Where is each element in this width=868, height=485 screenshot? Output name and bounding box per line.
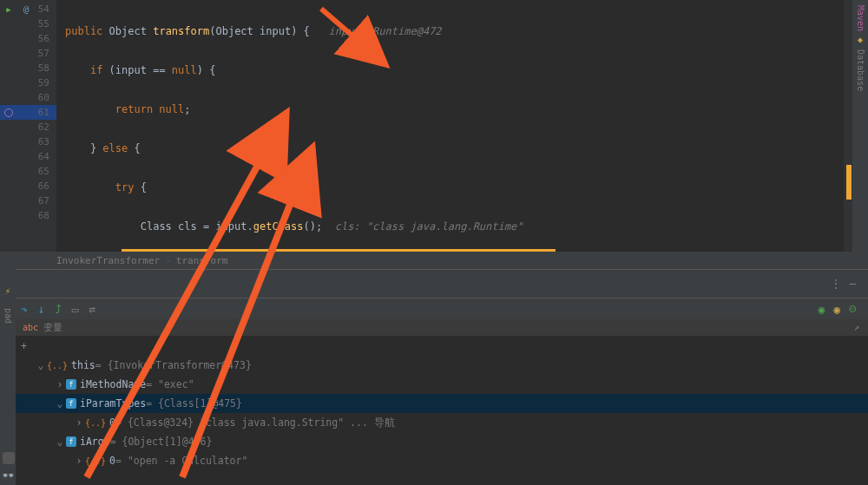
- line-number: 55: [0, 18, 56, 29]
- var-row-iargs-0[interactable]: › {..} 0 = "open -a Calculator": [16, 451, 868, 470]
- line-number: 65: [0, 166, 56, 177]
- line-number: 63: [0, 136, 56, 147]
- chevron-down-icon[interactable]: ⌄: [35, 359, 47, 371]
- object-icon: {..}: [85, 418, 106, 428]
- gutter: ▶@54 55 56 57 58 59 60 61 62 63 64 65 66…: [0, 0, 56, 252]
- database-tab[interactable]: Database: [856, 49, 865, 91]
- line-number: 56: [0, 33, 56, 44]
- var-name: iMethodName: [80, 378, 146, 390]
- var-row-iparamtypes[interactable]: ⌄ f iParamTypes = {Class[1]@475}: [16, 394, 868, 413]
- var-value: = {Class[1]@475}: [146, 397, 242, 410]
- add-watch-row[interactable]: +: [16, 337, 868, 356]
- debug-toolbar: ↷ ↓ ⤴ ▭ ⇄ ◉ ◉ ☺: [16, 298, 868, 319]
- var-value: = {Class@324} "class java.lang.String" .…: [115, 416, 395, 429]
- var-name: 0: [109, 416, 115, 429]
- database-icon[interactable]: ◆: [858, 35, 863, 44]
- var-value: = "open -a Calculator": [115, 455, 247, 467]
- chevron-right-icon[interactable]: ›: [73, 416, 85, 429]
- var-value: = "exec": [146, 378, 194, 390]
- glasses-icon[interactable]: 👓: [2, 469, 15, 482]
- object-icon: {..}: [85, 456, 106, 466]
- breadcrumb-separator: ›: [165, 255, 171, 266]
- var-name: iParamTypes: [80, 397, 146, 410]
- inline-hint: input: Runtime@472: [329, 25, 442, 37]
- inline-hint: cls: "class java.lang.Runtime": [335, 220, 523, 233]
- chevron-right-icon[interactable]: ›: [73, 455, 85, 467]
- line-number: 68: [0, 210, 56, 221]
- step-over-icon[interactable]: ↷: [21, 303, 28, 316]
- field-icon: f: [66, 379, 76, 390]
- var-row-iargs[interactable]: ⌄ f iArgs = {Object[1]@476}: [16, 432, 868, 451]
- chevron-down-icon[interactable]: ⌄: [54, 436, 66, 448]
- field-icon: f: [66, 436, 76, 447]
- var-value: = {InvokerTransformer@473}: [95, 359, 252, 371]
- var-row-this[interactable]: ⌄ {..} this = {InvokerTransformer@473}: [16, 356, 868, 375]
- line-number: 60: [0, 92, 56, 103]
- var-row-imethodname[interactable]: › f iMethodName = "exec": [16, 375, 868, 394]
- line-number: 54: [35, 3, 56, 15]
- abc-icon: abc: [23, 323, 38, 332]
- stripe-mark[interactable]: [846, 165, 852, 200]
- error-stripe[interactable]: [844, 0, 852, 252]
- line-number: 62: [0, 121, 56, 133]
- variables-title: 变量: [43, 321, 62, 334]
- run-to-cursor-icon[interactable]: ▭: [72, 303, 79, 316]
- warning-marker-bar: [122, 249, 556, 252]
- override-icon[interactable]: @: [17, 3, 35, 15]
- maven-tab[interactable]: Maven: [856, 5, 865, 31]
- panel-minimize-icon[interactable]: —: [850, 278, 856, 290]
- more-menu-icon[interactable]: ⋮: [831, 278, 841, 290]
- var-name: this: [71, 359, 95, 371]
- evaluate-icon[interactable]: ⇄: [89, 303, 95, 316]
- line-number: 66: [0, 180, 56, 192]
- debug-panel-header: ⋮ —: [0, 269, 868, 298]
- breakpoint-icon[interactable]: [0, 108, 17, 117]
- mute-breakpoints-icon[interactable]: ◉: [819, 303, 825, 316]
- left-tab-label[interactable]: pad: [3, 308, 13, 324]
- chevron-right-icon[interactable]: ›: [54, 378, 66, 390]
- editor-area: ▶@54 55 56 57 58 59 60 61 62 63 64 65 66…: [0, 0, 868, 252]
- line-number: 57: [0, 48, 56, 59]
- code-content[interactable]: public Object transform(Object input) { …: [56, 0, 868, 252]
- thread-dump-icon[interactable]: ☺: [849, 303, 856, 316]
- breadcrumb-item[interactable]: transform: [176, 255, 228, 266]
- var-name: 0: [109, 455, 115, 467]
- plus-icon[interactable]: +: [21, 340, 27, 352]
- line-number: 61: [17, 107, 56, 118]
- line-number: 58: [0, 62, 56, 74]
- step-out-icon[interactable]: ⤴: [56, 303, 62, 316]
- var-value: = {Object[1]@476}: [110, 436, 213, 448]
- breadcrumb-item[interactable]: InvokerTransformer: [56, 255, 160, 266]
- left-toolwindow-bar: ⚡ pad: [0, 252, 16, 485]
- step-into-icon[interactable]: ↓: [38, 303, 45, 316]
- square-icon[interactable]: [3, 452, 15, 464]
- line-number: 67: [0, 195, 56, 206]
- run-gutter-icon[interactable]: ▶: [0, 5, 17, 14]
- var-row-iparamtypes-0[interactable]: › {..} 0 = {Class@324} "class java.lang.…: [16, 413, 868, 432]
- field-icon: f: [66, 398, 76, 409]
- right-toolwindow-bar: Maven ◆ Database: [852, 0, 868, 252]
- line-number: 64: [0, 151, 56, 162]
- bottom-left-icons: 👓: [2, 452, 15, 482]
- chevron-down-icon[interactable]: ⌄: [54, 397, 66, 410]
- lightning-icon[interactable]: ⚡: [5, 286, 10, 296]
- view-breakpoints-icon[interactable]: ◉: [833, 303, 840, 316]
- variables-panel: + ⌄ {..} this = {InvokerTransformer@473}…: [16, 337, 868, 485]
- object-icon: {..}: [47, 361, 68, 370]
- breadcrumb: InvokerTransformer › transform: [0, 252, 868, 269]
- expand-icon[interactable]: ↗: [853, 322, 859, 333]
- line-number: 59: [0, 77, 56, 88]
- var-name: iArgs: [80, 436, 110, 448]
- variables-header: abc 变量 ↗: [16, 319, 868, 337]
